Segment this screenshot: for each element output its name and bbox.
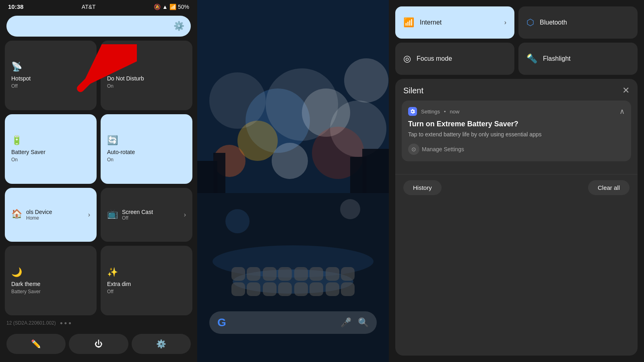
notification-title: Silent bbox=[403, 86, 423, 95]
app-icon[interactable] bbox=[310, 282, 323, 296]
right-panel: 📶 Internet › ⬡ Bluetooth ◎ Focus mode 🔦 … bbox=[389, 0, 644, 362]
hotspot-subtitle: Off bbox=[11, 83, 90, 89]
notification-body-title: Turn on Extreme Battery Saver? bbox=[408, 120, 625, 128]
power-button[interactable]: ⏻ bbox=[69, 334, 128, 354]
screen-cast-arrow: › bbox=[184, 211, 186, 218]
quick-btn-flashlight[interactable]: 🔦 Flashlight bbox=[518, 43, 638, 75]
history-button[interactable]: History bbox=[403, 180, 442, 195]
hotspot-title: Hotspot bbox=[11, 75, 90, 82]
quick-buttons-row-1: 📶 Internet › ⬡ Bluetooth bbox=[395, 6, 638, 39]
tile-battery-saver[interactable]: 🔋 Battery Saver On bbox=[5, 114, 97, 184]
quick-btn-bluetooth[interactable]: ⬡ Bluetooth bbox=[518, 6, 638, 39]
search-actions: 🎤 🔍 bbox=[341, 317, 369, 328]
app-icon[interactable] bbox=[341, 282, 355, 296]
screen-cast-title: Screen Cast bbox=[122, 209, 180, 215]
battery-saver-icon: 🔋 bbox=[11, 135, 90, 146]
manage-settings-icon: ⊙ bbox=[408, 144, 419, 155]
focus-mode-icon: ◎ bbox=[403, 53, 411, 64]
device-controls-icon: 🏠 bbox=[11, 209, 22, 219]
search-bar[interactable]: ⚙️ bbox=[6, 16, 191, 37]
app-icon[interactable] bbox=[247, 267, 260, 281]
app-icon[interactable] bbox=[326, 267, 339, 281]
settings-button[interactable]: ⚙️ bbox=[132, 334, 191, 354]
tile-auto-rotate[interactable]: 🔄 Auto-rotate On bbox=[101, 114, 192, 184]
device-controls-title: ols Device bbox=[26, 209, 84, 215]
tile-screen-cast[interactable]: 📺 Screen Cast Off › bbox=[101, 188, 192, 242]
close-notification-button[interactable]: ✕ bbox=[622, 85, 630, 96]
notif-app-name: Settings bbox=[421, 109, 440, 115]
status-bar: 10:38 AT&T 🔕 ▲ 📶 50% bbox=[0, 0, 197, 13]
app-icon[interactable] bbox=[278, 282, 292, 296]
flashlight-label: Flashlight bbox=[543, 55, 570, 62]
app-group-1 bbox=[231, 267, 260, 296]
focus-mode-label: Focus mode bbox=[417, 55, 452, 62]
center-panel: G 🎤 🔍 bbox=[197, 0, 389, 362]
edit-button[interactable]: ✏️ bbox=[6, 334, 66, 354]
svg-rect-18 bbox=[362, 149, 389, 193]
extra-dim-title: Extra dim bbox=[107, 281, 186, 287]
app-icon[interactable] bbox=[341, 267, 355, 281]
svg-rect-16 bbox=[213, 153, 225, 193]
dnd-icon: 🔕 bbox=[107, 62, 186, 72]
quick-btn-focus-mode[interactable]: ◎ Focus mode bbox=[395, 43, 514, 75]
manage-settings-label: Manage Settings bbox=[422, 146, 464, 152]
svg-point-8 bbox=[344, 58, 388, 103]
app-group-3 bbox=[294, 267, 323, 296]
quick-btn-internet[interactable]: 📶 Internet › bbox=[395, 6, 514, 39]
wifi-icon: ▲ bbox=[162, 4, 168, 10]
auto-rotate-subtitle: On bbox=[107, 157, 186, 162]
bottom-actions: ✏️ ⏻ ⚙️ bbox=[0, 331, 197, 362]
left-panel: 10:38 AT&T 🔕 ▲ 📶 50% ⚙️ 📡 Hotspot Off 🔕 … bbox=[0, 0, 197, 362]
google-logo: G bbox=[217, 316, 226, 329]
tile-do-not-disturb[interactable]: 🔕 Do Not Disturb On bbox=[101, 41, 192, 110]
device-controls-arrow: › bbox=[88, 211, 90, 218]
gear-icon: ⚙️ bbox=[173, 21, 184, 31]
screen-cast-icon: 📺 bbox=[107, 209, 118, 219]
internet-label: Internet bbox=[420, 19, 442, 26]
app-icon[interactable] bbox=[278, 267, 292, 281]
version-text: 12 (SD2A.220601.002) ● ● ● bbox=[0, 315, 197, 331]
microphone-icon[interactable]: 🎤 bbox=[341, 317, 351, 328]
app-icon[interactable] bbox=[263, 267, 277, 281]
settings-app-icon bbox=[408, 107, 417, 116]
expand-notification-button[interactable]: ∧ bbox=[619, 107, 625, 116]
battery-saver-title: Battery Saver bbox=[11, 149, 90, 155]
flashlight-icon: 🔦 bbox=[526, 53, 537, 64]
internet-icon: 📶 bbox=[403, 17, 414, 28]
quick-tiles: 📡 Hotspot Off 🔕 Do Not Disturb On 🔋 Batt… bbox=[0, 41, 197, 315]
google-search-bar[interactable]: G 🎤 🔍 bbox=[209, 311, 377, 334]
wallpaper-background bbox=[197, 0, 389, 362]
app-group-4 bbox=[326, 267, 355, 296]
app-icon[interactable] bbox=[263, 282, 277, 296]
app-icon[interactable] bbox=[247, 282, 260, 296]
tile-dark-theme[interactable]: 🌙 Dark theme Battery Saver bbox=[5, 246, 97, 315]
device-controls-subtitle: Home bbox=[26, 215, 84, 221]
tile-extra-dim[interactable]: ✨ Extra dim Off bbox=[101, 246, 192, 315]
tile-hotspot[interactable]: 📡 Hotspot Off bbox=[5, 41, 97, 110]
auto-rotate-title: Auto-rotate bbox=[107, 149, 186, 155]
notification-header: Silent ✕ bbox=[395, 79, 638, 101]
extra-dim-icon: ✨ bbox=[107, 267, 186, 278]
svg-point-11 bbox=[272, 143, 308, 179]
notification-footer: History Clear all bbox=[395, 174, 638, 201]
clear-all-button[interactable]: Clear all bbox=[588, 180, 630, 195]
tile-device-controls[interactable]: 🏠 ols Device Home › bbox=[5, 188, 97, 242]
dark-theme-subtitle: Battery Saver bbox=[11, 289, 90, 294]
lens-icon[interactable]: 🔍 bbox=[358, 317, 369, 328]
app-icons-area bbox=[201, 267, 385, 298]
manage-settings-link[interactable]: ⊙ Manage Settings bbox=[408, 144, 625, 155]
bluetooth-icon: ⬡ bbox=[526, 17, 534, 28]
app-icon[interactable] bbox=[231, 267, 245, 281]
app-icon[interactable] bbox=[310, 267, 323, 281]
mute-icon: 🔕 bbox=[154, 4, 161, 10]
app-icon[interactable] bbox=[326, 282, 339, 296]
app-icon[interactable] bbox=[294, 282, 308, 296]
status-time: 10:38 bbox=[8, 3, 23, 10]
svg-point-20 bbox=[340, 199, 360, 219]
notification-body-text: Tap to extend battery life by only using… bbox=[408, 131, 625, 139]
app-icon[interactable] bbox=[294, 267, 308, 281]
dark-theme-icon: 🌙 bbox=[11, 267, 90, 278]
app-icon[interactable] bbox=[231, 282, 245, 296]
notification-item: Settings • now ∧ Turn on Extreme Battery… bbox=[402, 101, 631, 161]
dnd-title: Do Not Disturb bbox=[107, 75, 186, 82]
